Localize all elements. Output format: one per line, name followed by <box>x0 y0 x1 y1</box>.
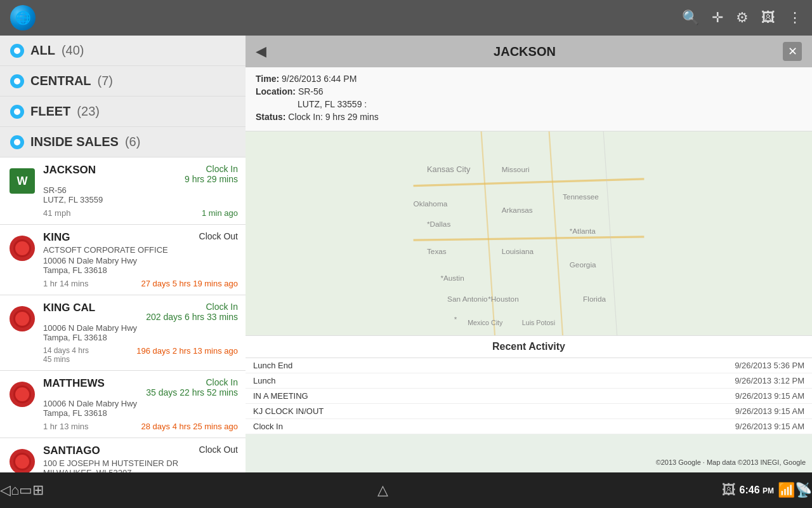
king-name: KING <box>43 231 70 244</box>
svg-text:Florida: Florida <box>583 294 606 302</box>
up-nav-button[interactable]: △ <box>377 482 388 498</box>
jackson-footer: 41 mph 1 min ago <box>43 208 238 218</box>
matthews-speed: 1 hr 13 mins <box>43 422 89 431</box>
king-time: 27 days 5 hrs 19 mins ago <box>141 279 238 288</box>
top-bar-right: 🔍 ✛ ⚙ 🖼 ⋮ <box>682 10 802 26</box>
home-nav-button[interactable]: ⌂ <box>11 482 19 498</box>
jackson-time: 1 min ago <box>202 208 238 218</box>
jackson-status: Clock In <box>185 164 238 174</box>
list-item-king-cal[interactable]: KING CAL Clock In 202 days 6 hrs 33 mins… <box>0 295 246 371</box>
status-label: Status: <box>256 112 285 122</box>
activity-time-4: 9/26/2013 9:15 AM <box>530 419 812 434</box>
svg-text:Tennessee: Tennessee <box>563 192 599 201</box>
map-area: West Virginia Maryland New Jersey Virgin… <box>246 36 812 472</box>
settings-icon[interactable]: ⚙ <box>736 10 749 26</box>
matthews-time: 28 days 4 hrs 25 mins ago <box>141 422 238 431</box>
category-fleet[interactable]: FLEET (23) <box>0 97 246 127</box>
popup-close-button[interactable]: ✕ <box>783 42 802 61</box>
move-icon[interactable]: ✛ <box>712 10 723 26</box>
popup-header: ◀ JACKSON ✕ <box>246 36 812 67</box>
matthews-status: Clock In <box>146 377 238 387</box>
category-fleet-count: (23) <box>77 104 100 119</box>
top-bar: 🌐 🔍 ✛ ⚙ 🖼 ⋮ <box>0 0 812 36</box>
svg-text:Georgia: Georgia <box>570 260 596 269</box>
category-icon-inside-sales <box>10 135 24 149</box>
king-icon <box>8 234 37 263</box>
category-icon-fleet <box>10 105 24 119</box>
svg-text:Missouri: Missouri <box>502 165 530 173</box>
king-address: ACTSOFT CORPORATE OFFICE <box>43 245 238 255</box>
back-nav-button[interactable]: ◁ <box>0 482 11 498</box>
time-label: Time: <box>256 74 279 84</box>
svg-rect-50 <box>414 131 645 335</box>
category-central[interactable]: CENTRAL (7) <box>0 66 246 97</box>
left-panel: ALL (40) CENTRAL (7) FLEET (23) INSIDE S… <box>0 36 246 472</box>
svg-text:*Austin: *Austin <box>440 274 464 282</box>
matthews-footer: 1 hr 13 mins 28 days 4 hrs 25 mins ago <box>43 422 238 431</box>
king-status: Clock Out <box>199 231 238 241</box>
king-cal-city: Tampa, FL 33618 <box>43 333 238 342</box>
location-value: SR-56 <box>298 86 324 97</box>
santiago-name: SANTIAGO <box>43 444 100 457</box>
list-item-matthews[interactable]: MATTHEWS Clock In 35 days 22 hrs 52 mins… <box>0 371 246 438</box>
activity-time-2: 9/26/2013 9:15 AM <box>530 389 812 404</box>
matthews-header: MATTHEWS Clock In 35 days 22 hrs 52 mins <box>43 377 238 398</box>
gallery-status-icon: 🖼 <box>722 482 736 498</box>
popup-back-button[interactable]: ◀ <box>256 43 266 60</box>
svg-text:Mexico City: Mexico City <box>468 319 503 326</box>
clock-display: 6:46 PM <box>740 485 774 496</box>
category-fleet-label: FLEET <box>30 104 70 119</box>
matthews-icon <box>8 380 37 409</box>
king-header: KING Clock Out <box>43 231 238 244</box>
category-inside-sales-count: (6) <box>125 135 140 149</box>
recent-activity-title: Recent Activity <box>246 336 812 358</box>
svg-text:San Antonio: San Antonio <box>447 294 488 302</box>
king-cal-status: Clock In <box>146 302 238 312</box>
category-inside-sales[interactable]: INSIDE SALES (6) <box>0 127 246 157</box>
map-icon[interactable]: 🖼 <box>761 10 775 26</box>
popup-title: JACKSON <box>266 44 783 59</box>
santiago-icon <box>8 447 37 472</box>
santiago-city: MILWAUKEE, WI 53207 <box>43 468 238 472</box>
activity-type-2: IN A MEETING <box>246 389 530 404</box>
activity-time-3: 9/26/2013 9:15 AM <box>530 404 812 419</box>
activity-row-4: Clock In 9/26/2013 9:15 AM <box>246 419 812 434</box>
king-cal-status-detail: 202 days 6 hrs 33 mins <box>146 312 238 322</box>
popup-location2-row: LUTZ, FL 33559 : <box>256 99 802 109</box>
king-cal-header: KING CAL Clock In 202 days 6 hrs 33 mins <box>43 302 238 322</box>
activity-time-1: 9/26/2013 3:12 PM <box>530 373 812 389</box>
signal-status-icon: 📡 <box>795 482 812 498</box>
popup-dialog: ◀ JACKSON ✕ Time: 9/26/2013 6:44 PM Loca… <box>246 36 812 434</box>
more-icon[interactable]: ⋮ <box>788 10 802 26</box>
activity-type-1: Lunch <box>246 373 530 389</box>
santiago-header: SANTIAGO Clock Out <box>43 444 238 457</box>
list-item-santiago[interactable]: SANTIAGO Clock Out 100 E JOSEPH M HUTSTE… <box>0 438 246 472</box>
king-cal-address: 10006 N Dale Mabry Hwy <box>43 323 238 333</box>
king-speed: 1 hr 14 mins <box>43 279 89 288</box>
activity-row-3: KJ CLOCK IN/OUT 9/26/2013 9:15 AM <box>246 404 812 419</box>
popup-time-row: Time: 9/26/2013 6:44 PM <box>256 74 802 84</box>
matthews-city: Tampa, FL 33618 <box>43 408 238 418</box>
map-attribution: ©2013 Google · Map data ©2013 INEGI, Goo… <box>656 458 806 466</box>
recent-activity: Recent Activity Lunch End 9/26/2013 5:36… <box>246 335 812 434</box>
category-icon-all <box>10 44 24 58</box>
svg-text:Arkansas: Arkansas <box>502 206 533 214</box>
svg-text:Texas: Texas <box>427 247 447 255</box>
popup-mini-map[interactable]: Kansas City Missouri Oklahoma Texas Arka… <box>246 131 812 335</box>
list-item-king[interactable]: KING Clock Out ACTSOFT CORPORATE OFFICE … <box>0 225 246 295</box>
king-address2: 10006 N Dale Mabry Hwy <box>43 256 238 265</box>
recents-nav-button[interactable]: ▭ <box>19 482 32 498</box>
jackson-name: JACKSON <box>43 164 96 177</box>
category-inside-sales-label: INSIDE SALES <box>30 135 119 149</box>
search-icon[interactable]: 🔍 <box>682 10 699 26</box>
svg-text:*Atlanta: *Atlanta <box>570 227 596 235</box>
category-all[interactable]: ALL (40) <box>0 36 246 66</box>
jackson-icon <box>8 166 37 196</box>
screenshot-nav-button[interactable]: ⊞ <box>32 482 44 498</box>
svg-text:Louisiana: Louisiana <box>502 247 534 255</box>
svg-text:*Houston: *Houston <box>488 294 518 302</box>
activity-type-0: Lunch End <box>246 358 530 373</box>
king-cal-icon <box>8 304 37 333</box>
list-item-jackson[interactable]: JACKSON Clock In 9 hrs 29 mins SR-56 LUT… <box>0 157 246 225</box>
matthews-body: MATTHEWS Clock In 35 days 22 hrs 52 mins… <box>43 377 238 431</box>
